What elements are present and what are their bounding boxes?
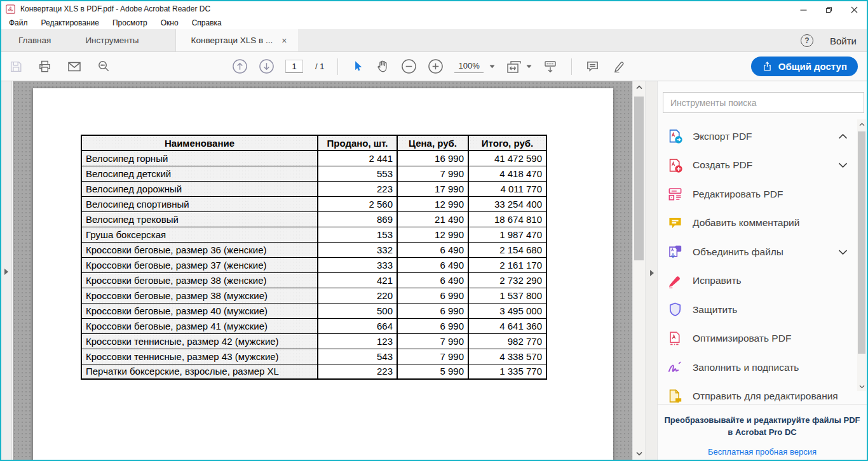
tab-home[interactable]: Главная [1,29,68,51]
print-icon[interactable] [37,59,52,74]
tab-bar: Главная Инструменты Конвертаци XLS в ...… [1,29,867,52]
table-row: Велосипед горный2 44116 99041 472 590 [81,150,546,166]
search-input[interactable] [663,92,864,113]
sign-in-button[interactable]: Войти [830,36,857,46]
zoom-in-icon[interactable] [428,58,444,74]
toolbar-separator [571,58,572,75]
col-header-name: Наименование [81,135,318,150]
edit-pdf-icon [667,186,683,202]
zoom-level-value[interactable]: 100% [454,60,483,73]
item-name-cell: Кроссовки теннисные, размер 43 (мужские) [81,349,318,364]
tool-label: Редактировать PDF [693,189,783,200]
toolbar-separator [337,58,338,75]
minimize-button[interactable] [790,1,816,18]
tool-item-combine-files[interactable]: Объединить файлы [658,237,857,267]
toolbar: / 1 100% Общий доступ [1,52,867,81]
reading-mode-icon[interactable] [543,59,558,74]
page-up-icon[interactable] [232,58,248,74]
menu-file[interactable]: Файл [9,18,28,27]
tools-pane-toggle-icon[interactable] [650,270,654,276]
tool-item-edit-pdf[interactable]: Редактировать PDF [658,180,857,209]
document-scrollbar[interactable] [632,81,645,460]
share-button[interactable]: Общий доступ [751,57,858,76]
free-trial-link[interactable]: Бесплатная пробная версия [708,447,817,457]
tab-tools[interactable]: Инструменты [68,29,156,51]
value-cell: 6 490 [397,242,468,257]
chevron-up-icon[interactable] [838,133,848,139]
window-controls [790,1,867,18]
tool-label: Исправить [693,275,742,286]
send-for-edit-icon [667,389,683,404]
toolbar-center-group: / 1 100% [232,52,626,81]
item-name-cell: Кроссовки беговые, размер 36 (женские) [81,242,318,257]
page-down-icon[interactable] [259,58,275,74]
scroll-up-icon[interactable] [633,82,645,93]
tool-item-export-pdf[interactable]: Экспорт PDF [658,122,857,151]
pdf-page[interactable]: Наименование Продано, шт. Цена, руб. Ито… [33,88,613,460]
promo-title: Преобразовывайте и редактируйте файлы PD… [658,415,867,439]
tool-item-fill-sign[interactable]: Заполнить и подписать [658,353,857,382]
value-cell: 223 [318,364,397,379]
item-name-cell: Кроссовки беговые, размер 38 (мужские) [81,288,318,303]
page-number-input[interactable] [285,60,303,73]
tool-label: Добавить комментарий [693,217,799,229]
scrollbar-thumb[interactable] [634,97,644,260]
select-tool-icon[interactable] [351,60,365,73]
save-icon[interactable] [9,60,23,74]
chevron-down-icon[interactable] [526,65,532,69]
fit-width-icon[interactable] [506,59,532,74]
sidebar-scrollbar[interactable] [857,119,866,391]
zoom-level-control[interactable]: 100% [454,60,494,73]
value-cell: 7 990 [397,333,468,349]
menu-view[interactable]: Просмотр [112,18,147,27]
chevron-down-icon[interactable] [489,65,495,69]
item-name-cell: Велосипед горный [81,150,318,166]
tab-document[interactable]: Конвертаци XLS в ... × [175,29,299,51]
tool-item-fix[interactable]: Исправить [658,267,857,296]
export-pdf-icon [667,128,683,144]
comment-icon[interactable] [585,59,600,74]
chevron-down-icon[interactable] [838,163,848,168]
table-row: Велосипед спортивный2 56012 99033 254 40… [81,196,546,211]
document-area[interactable]: Наименование Продано, шт. Цена, руб. Ито… [13,81,632,460]
tool-item-protect[interactable]: Защитить [658,295,857,324]
zoom-out-icon[interactable] [401,58,417,74]
email-icon[interactable] [67,59,82,74]
tool-item-create-pdf[interactable]: Создать PDF [658,151,857,180]
protect-icon [667,302,683,317]
fill-sign-icon [667,359,683,375]
page-total-label: / 1 [315,62,324,71]
close-button[interactable] [841,1,867,18]
tool-item-add-comment[interactable]: Добавить комментарий [658,209,857,238]
value-cell: 223 [318,181,397,196]
share-icon [762,61,773,72]
search-icon[interactable] [97,59,111,74]
table-row: Кроссовки беговые, размер 41 (мужские)66… [81,318,546,333]
help-icon[interactable]: ? [801,34,813,47]
value-cell: 553 [318,166,397,181]
value-cell: 6 990 [397,288,468,303]
highlighter-icon[interactable] [611,59,626,74]
sales-table-body: Велосипед горный2 44116 99041 472 590Вел… [81,150,546,379]
value-cell: 123 [318,333,397,349]
chevron-down-icon[interactable] [838,249,848,255]
table-row: Кроссовки теннисные, размер 42 (мужские)… [81,333,546,349]
scroll-up-icon[interactable] [857,119,866,129]
tab-close-icon[interactable]: × [281,36,287,45]
nav-pane-toggle-icon[interactable] [4,269,8,275]
restore-button[interactable] [816,1,841,18]
scroll-down-icon[interactable] [857,382,866,391]
tools-list: Экспорт PDFСоздать PDFРедактировать PDFД… [658,122,857,411]
value-cell: 3 495 000 [468,303,546,318]
hand-tool-icon[interactable] [376,59,390,74]
value-cell: 12 990 [397,227,468,242]
menu-edit[interactable]: Редактирование [41,18,99,27]
value-cell: 6 990 [397,318,468,333]
menu-help[interactable]: Справка [192,18,222,27]
share-button-label: Общий доступ [778,61,847,72]
scrollbar-thumb[interactable] [858,131,865,354]
menu-window[interactable]: Окно [161,18,179,27]
scroll-down-icon[interactable] [633,448,645,459]
tool-item-optimize-pdf[interactable]: Оптимизировать PDF [658,324,857,354]
value-cell: 332 [318,242,397,257]
